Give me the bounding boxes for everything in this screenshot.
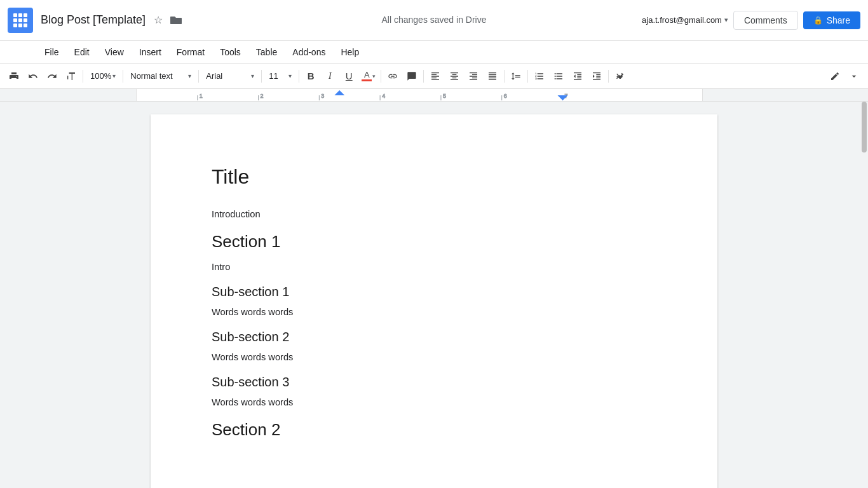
paint-format-button[interactable] xyxy=(62,67,80,85)
star-icon[interactable]: ☆ xyxy=(151,13,166,28)
clear-formatting-button[interactable] xyxy=(611,67,629,85)
expand-toolbar-button[interactable] xyxy=(845,67,863,85)
print-button[interactable] xyxy=(5,67,23,85)
comments-button[interactable]: Comments xyxy=(733,11,798,30)
folder-icon[interactable] xyxy=(168,13,184,28)
separator-5 xyxy=(299,70,299,83)
scrollbar[interactable] xyxy=(860,102,868,488)
doc-intro-text[interactable]: Introduction xyxy=(212,209,656,219)
section2-heading[interactable]: Section 2 xyxy=(212,420,656,440)
subsection1-heading[interactable]: Sub-section 1 xyxy=(212,285,656,299)
font-size-dropdown[interactable]: 11 ▾ xyxy=(264,67,296,85)
undo-button[interactable] xyxy=(24,67,42,85)
share-button[interactable]: 🔒 Share xyxy=(803,11,860,29)
toolbar: 100% ▾ Normal text ▾ Arial ▾ 11 ▾ B I U … xyxy=(0,64,868,89)
style-arrow: ▾ xyxy=(188,72,191,79)
font-dropdown[interactable]: Arial ▾ xyxy=(201,67,259,85)
menu-file[interactable]: File xyxy=(38,44,65,60)
menu-help[interactable]: Help xyxy=(334,44,365,60)
menu-view[interactable]: View xyxy=(98,44,130,60)
insert-link-button[interactable] xyxy=(384,67,402,85)
bullet-list-button[interactable] xyxy=(550,67,567,85)
save-status: All changes saved in Drive xyxy=(382,15,487,25)
separator-1 xyxy=(83,70,83,83)
subsection2-body[interactable]: Words words words xyxy=(212,352,656,362)
ruler: 1 2 3 4 5 6 7 xyxy=(0,89,868,102)
italic-button[interactable]: I xyxy=(321,67,339,85)
document-page[interactable]: Title Introduction Section 1 Intro Sub-s… xyxy=(151,114,717,488)
subsection3-body[interactable]: Words words words xyxy=(212,397,656,407)
numbered-list-button[interactable] xyxy=(531,67,548,85)
insert-comment-button[interactable] xyxy=(403,67,421,85)
align-right-button[interactable] xyxy=(465,67,482,85)
top-right-actions: aja.t.frost@gmail.com ▾ Comments 🔒 Share xyxy=(642,11,860,30)
redo-button[interactable] xyxy=(43,67,61,85)
size-arrow: ▾ xyxy=(288,72,292,79)
edit-mode-button[interactable] xyxy=(826,67,844,85)
zoom-arrow: ▾ xyxy=(112,72,116,79)
font-arrow: ▾ xyxy=(251,72,254,79)
text-color-button[interactable]: A ▾ xyxy=(359,67,378,85)
style-dropdown[interactable]: Normal text ▾ xyxy=(126,67,196,85)
document-heading-title[interactable]: Title xyxy=(212,165,656,189)
svg-marker-14 xyxy=(334,90,344,95)
svg-text:4: 4 xyxy=(382,93,385,99)
subsection3-heading[interactable]: Sub-section 3 xyxy=(212,375,656,390)
underline-button[interactable]: U xyxy=(340,67,358,85)
separator-10 xyxy=(608,70,609,83)
menu-tools[interactable]: Tools xyxy=(214,44,247,60)
doc-title-area: Blog Post [Template] ☆ xyxy=(41,13,642,28)
lock-icon: 🔒 xyxy=(813,16,823,25)
menu-insert[interactable]: Insert xyxy=(133,44,168,60)
section1-intro[interactable]: Intro xyxy=(212,262,656,272)
align-center-button[interactable] xyxy=(445,67,463,85)
section1-heading[interactable]: Section 1 xyxy=(212,232,656,252)
justify-button[interactable] xyxy=(484,67,501,85)
menu-addons[interactable]: Add-ons xyxy=(286,44,332,60)
separator-2 xyxy=(123,70,123,83)
document-title[interactable]: Blog Post [Template] xyxy=(41,13,146,27)
separator-3 xyxy=(198,70,199,83)
document-area: Title Introduction Section 1 Intro Sub-s… xyxy=(0,102,868,488)
zoom-dropdown[interactable]: 100% ▾ xyxy=(86,67,120,85)
menu-bar: File Edit View Insert Format Tools Table… xyxy=(0,41,868,64)
scrollbar-thumb[interactable] xyxy=(862,102,867,152)
top-bar: Blog Post [Template] ☆ All changes saved… xyxy=(0,0,868,41)
decrease-indent-button[interactable] xyxy=(569,67,587,85)
menu-edit[interactable]: Edit xyxy=(68,44,96,60)
subsection2-heading[interactable]: Sub-section 2 xyxy=(212,330,656,344)
separator-9 xyxy=(527,70,528,83)
svg-text:2: 2 xyxy=(261,93,264,99)
separator-6 xyxy=(381,70,381,83)
align-left-button[interactable] xyxy=(426,67,444,85)
svg-text:1: 1 xyxy=(200,93,203,99)
svg-text:6: 6 xyxy=(504,93,507,99)
separator-8 xyxy=(504,70,505,83)
svg-text:3: 3 xyxy=(321,93,324,99)
separator-7 xyxy=(423,70,424,83)
separator-4 xyxy=(261,70,262,83)
bold-button[interactable]: B xyxy=(302,67,320,85)
line-spacing-button[interactable] xyxy=(507,67,525,85)
app-menu-button[interactable] xyxy=(8,8,33,33)
svg-text:5: 5 xyxy=(443,93,446,99)
menu-format[interactable]: Format xyxy=(170,44,211,60)
user-email[interactable]: aja.t.frost@gmail.com ▾ xyxy=(642,15,728,25)
menu-table[interactable]: Table xyxy=(250,44,283,60)
subsection1-body[interactable]: Words words words xyxy=(212,307,656,317)
increase-indent-button[interactable] xyxy=(588,67,606,85)
